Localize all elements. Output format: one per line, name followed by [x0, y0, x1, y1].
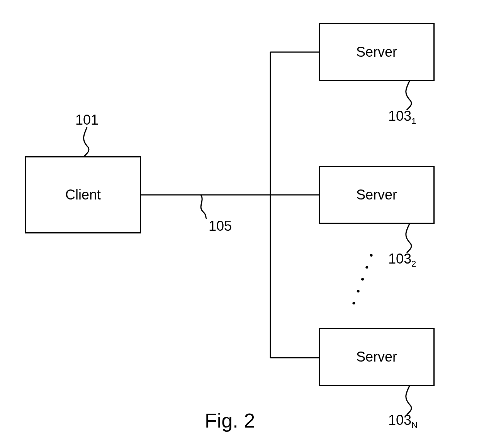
- server-label-1: Server: [356, 44, 397, 60]
- client-ref-text: 101: [75, 112, 99, 128]
- callout-server-n-ref: 103N: [388, 412, 418, 430]
- callout-client-ref: 101: [75, 112, 99, 128]
- callout-server-1-ref: 1031: [388, 108, 416, 126]
- server-n-ref-sub: N: [411, 420, 418, 430]
- figure-caption: Fig. 2: [205, 409, 255, 432]
- server-box-n: Server: [319, 328, 435, 386]
- server-n-ref-text: 103: [388, 412, 411, 428]
- figure-caption-text: Fig. 2: [205, 409, 255, 432]
- server-label-2: Server: [356, 187, 397, 203]
- server-label-n: Server: [356, 349, 397, 365]
- server-2-ref-text: 103: [388, 251, 411, 267]
- server-box-2: Server: [319, 166, 435, 224]
- client-label: Client: [65, 187, 101, 203]
- client-box: Client: [25, 156, 141, 233]
- callout-server-2-ref: 1032: [388, 251, 416, 269]
- server-box-1: Server: [319, 23, 435, 81]
- bus-ref-text: 105: [209, 218, 232, 234]
- server-1-ref-text: 103: [388, 108, 411, 124]
- callout-bus-ref: 105: [209, 218, 232, 234]
- server-2-ref-sub: 2: [411, 259, 416, 269]
- ellipsis-icon: [349, 244, 377, 314]
- server-1-ref-sub: 1: [411, 116, 416, 126]
